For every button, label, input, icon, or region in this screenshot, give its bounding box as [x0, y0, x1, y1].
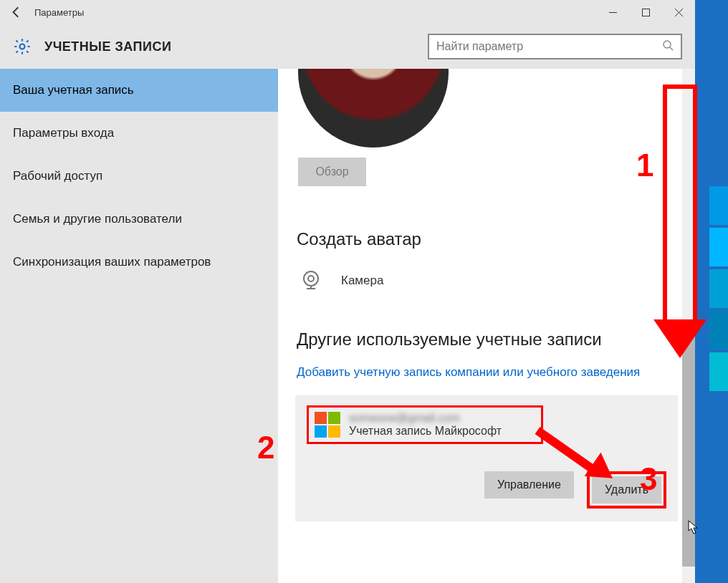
- sidebar: Ваша учетная запись Параметры входа Рабо…: [0, 69, 278, 583]
- sidebar-item-sync[interactable]: Синхронизация ваших параметров: [0, 241, 278, 284]
- sidebar-item-label: Ваша учетная запись: [13, 83, 134, 97]
- microsoft-logo-icon: [315, 412, 340, 438]
- gear-icon: [13, 37, 32, 56]
- account-entry[interactable]: someone@gmail.com Учетная запись Майкрос…: [307, 405, 543, 444]
- window-title: Параметры: [34, 7, 84, 18]
- settings-window: Параметры УЧЕТНЫЕ ЗАПИСИ Ваша учетная за…: [0, 0, 695, 583]
- svg-point-7: [304, 271, 318, 286]
- account-text: someone@gmail.com Учетная запись Майкрос…: [349, 412, 502, 438]
- add-account-link[interactable]: Добавить учетную запись компании или уче…: [297, 365, 640, 380]
- back-arrow-icon: [10, 6, 23, 19]
- svg-point-8: [308, 276, 314, 281]
- back-button[interactable]: [0, 0, 33, 24]
- scrollbar-track[interactable]: [682, 69, 695, 583]
- account-buttons: Управление Удалить: [307, 471, 666, 509]
- sidebar-item-label: Параметры входа: [13, 126, 114, 140]
- search-icon: [662, 39, 674, 54]
- other-accounts-heading: Другие используемые учетные записи: [297, 329, 678, 350]
- svg-point-4: [20, 44, 25, 49]
- sidebar-item-label: Рабочий доступ: [13, 169, 102, 183]
- sidebar-item-work-access[interactable]: Рабочий доступ: [0, 155, 278, 198]
- annotation-number-3: 3: [640, 461, 657, 497]
- sidebar-item-label: Семья и другие пользователи: [13, 212, 182, 226]
- close-button[interactable]: [662, 0, 695, 24]
- annotation-number-1: 1: [636, 148, 653, 183]
- window-controls: [596, 0, 695, 24]
- desktop-tiles: [709, 186, 728, 394]
- body: Ваша учетная запись Параметры входа Рабо…: [0, 69, 695, 583]
- minimize-icon: [609, 9, 617, 16]
- mouse-cursor-icon: [688, 520, 699, 538]
- avatar: [298, 69, 449, 148]
- minimize-button[interactable]: [596, 0, 629, 24]
- camera-option[interactable]: Камера: [297, 266, 678, 295]
- annotation-number-2: 2: [257, 430, 274, 466]
- content: Обзор Создать аватар Камера Другие испол…: [278, 69, 695, 583]
- search-input[interactable]: [436, 40, 662, 53]
- sidebar-item-label: Синхронизация ваших параметров: [13, 255, 211, 269]
- manage-button[interactable]: Управление: [484, 471, 574, 498]
- create-avatar-heading: Создать аватар: [297, 229, 678, 249]
- account-card: someone@gmail.com Учетная запись Майкрос…: [295, 395, 678, 521]
- sidebar-item-signin-options[interactable]: Параметры входа: [0, 112, 278, 155]
- header-row: УЧЕТНЫЕ ЗАПИСИ: [0, 24, 695, 69]
- maximize-button[interactable]: [629, 0, 662, 24]
- account-email: someone@gmail.com: [349, 412, 502, 425]
- search-box[interactable]: [428, 34, 682, 59]
- camera-icon: [297, 266, 325, 295]
- section-title: УЧЕТНЫЕ ЗАПИСИ: [44, 39, 171, 54]
- account-type: Учетная запись Майкрософт: [349, 425, 502, 438]
- svg-point-5: [664, 41, 671, 48]
- camera-label: Камера: [341, 274, 383, 288]
- sidebar-item-family[interactable]: Семья и другие пользователи: [0, 198, 278, 241]
- titlebar: Параметры: [0, 0, 695, 24]
- maximize-icon: [642, 9, 650, 16]
- svg-line-6: [670, 47, 673, 50]
- close-icon: [675, 9, 683, 16]
- browse-button[interactable]: Обзор: [298, 158, 366, 186]
- sidebar-item-your-account[interactable]: Ваша учетная запись: [0, 69, 278, 112]
- svg-rect-1: [642, 9, 649, 16]
- section-heading: УЧЕТНЫЕ ЗАПИСИ: [13, 37, 171, 56]
